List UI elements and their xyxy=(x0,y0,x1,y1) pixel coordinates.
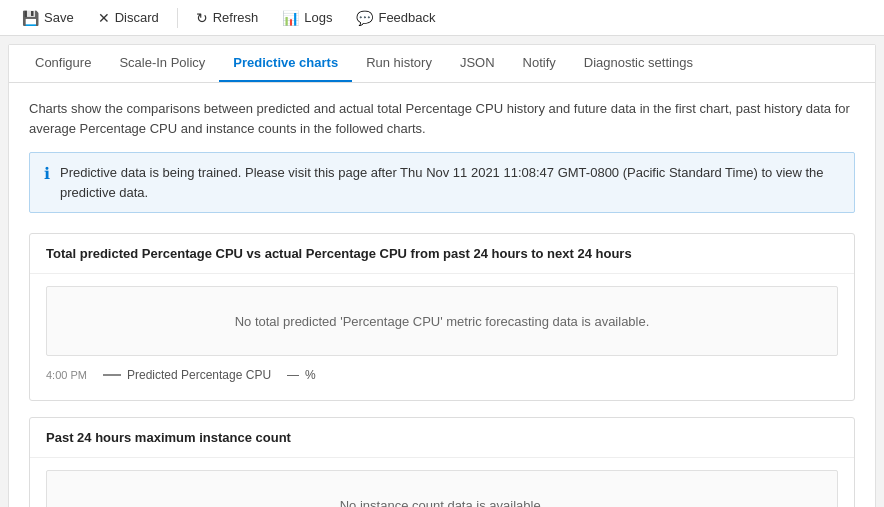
chart2-placeholder: No instance count data is available. xyxy=(46,470,838,507)
page-description: Charts show the comparisons between pred… xyxy=(29,99,855,138)
chart1-placeholder: No total predicted 'Percentage CPU' metr… xyxy=(46,286,838,356)
chart1-legend-unit-label: % xyxy=(305,368,316,382)
tab-notify[interactable]: Notify xyxy=(509,45,570,82)
info-icon: ℹ xyxy=(44,164,50,183)
chart2-section: Past 24 hours maximum instance count No … xyxy=(29,417,855,507)
chart1-legend-unit: — % xyxy=(287,368,316,382)
refresh-button[interactable]: ↻ Refresh xyxy=(186,6,269,30)
save-button[interactable]: 💾 Save xyxy=(12,6,84,30)
chart1-legend-unit-dash: — xyxy=(287,368,299,382)
logs-icon: 📊 xyxy=(282,10,299,26)
logs-button[interactable]: 📊 Logs xyxy=(272,6,342,30)
legend-line-icon xyxy=(103,374,121,376)
chart1-legend-label: Predicted Percentage CPU xyxy=(127,368,271,382)
chart2-header: Past 24 hours maximum instance count xyxy=(30,418,854,458)
tab-configure[interactable]: Configure xyxy=(21,45,105,82)
refresh-icon: ↻ xyxy=(196,10,208,26)
chart1-footer: 4:00 PM Predicted Percentage CPU — % xyxy=(46,364,838,388)
content-area: Configure Scale-In Policy Predictive cha… xyxy=(8,44,876,507)
discard-button[interactable]: ✕ Discard xyxy=(88,6,169,30)
discard-icon: ✕ xyxy=(98,10,110,26)
feedback-icon: 💬 xyxy=(356,10,373,26)
chart1-time-label: 4:00 PM xyxy=(46,369,87,381)
toolbar: 💾 Save ✕ Discard ↻ Refresh 📊 Logs 💬 Feed… xyxy=(0,0,884,36)
tab-json[interactable]: JSON xyxy=(446,45,509,82)
feedback-button[interactable]: 💬 Feedback xyxy=(346,6,445,30)
tab-diagnostic-settings[interactable]: Diagnostic settings xyxy=(570,45,707,82)
chart1-section: Total predicted Percentage CPU vs actual… xyxy=(29,233,855,401)
chart1-area: No total predicted 'Percentage CPU' metr… xyxy=(30,274,854,400)
tab-predictive-charts[interactable]: Predictive charts xyxy=(219,45,352,82)
tab-bar: Configure Scale-In Policy Predictive cha… xyxy=(9,45,875,83)
chart1-legend: Predicted Percentage CPU xyxy=(103,368,271,382)
tab-scale-in-policy[interactable]: Scale-In Policy xyxy=(105,45,219,82)
save-icon: 💾 xyxy=(22,10,39,26)
main-content: Charts show the comparisons between pred… xyxy=(9,83,875,507)
info-banner: ℹ Predictive data is being trained. Plea… xyxy=(29,152,855,213)
info-banner-text: Predictive data is being trained. Please… xyxy=(60,163,840,202)
tab-run-history[interactable]: Run history xyxy=(352,45,446,82)
chart2-area: No instance count data is available. xyxy=(30,458,854,507)
toolbar-divider xyxy=(177,8,178,28)
chart1-header: Total predicted Percentage CPU vs actual… xyxy=(30,234,854,274)
